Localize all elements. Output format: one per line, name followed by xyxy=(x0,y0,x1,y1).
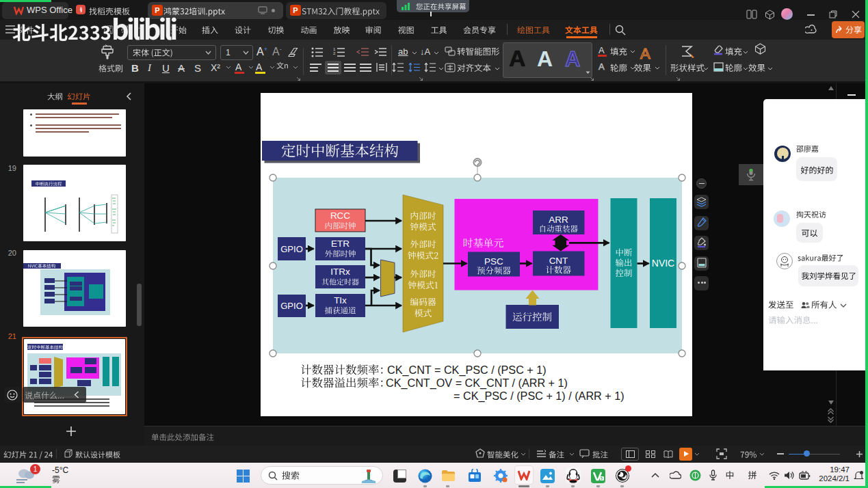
svg-text:ETR: ETR xyxy=(331,239,350,249)
svg-text:GPIO: GPIO xyxy=(280,244,303,254)
svg-text:CK_CNT_OV = CK_CNT / (ARR + 1): CK_CNT_OV = CK_CNT / (ARR + 1) xyxy=(386,377,568,390)
svg-text:NVIC: NVIC xyxy=(652,258,674,269)
svg-text:ARR: ARR xyxy=(549,215,568,225)
svg-text:2: 2 xyxy=(333,51,336,55)
svg-text:PSC: PSC xyxy=(484,256,503,267)
svg-text:5: 5 xyxy=(601,476,603,480)
svg-text:CK_CNT = CK_PSC / (PSC + 1): CK_CNT = CK_PSC / (PSC + 1) xyxy=(387,364,547,377)
svg-text:= CK_PSC / (PSC + 1) / (ARR +: = CK_PSC / (PSC + 1) / (ARR + 1) xyxy=(453,390,624,403)
svg-text:CNT: CNT xyxy=(549,256,568,266)
svg-text:RCC: RCC xyxy=(330,211,350,221)
svg-text:ITRx: ITRx xyxy=(330,267,350,277)
svg-text:GPIO: GPIO xyxy=(280,301,303,311)
svg-text:TIx: TIx xyxy=(334,295,347,306)
